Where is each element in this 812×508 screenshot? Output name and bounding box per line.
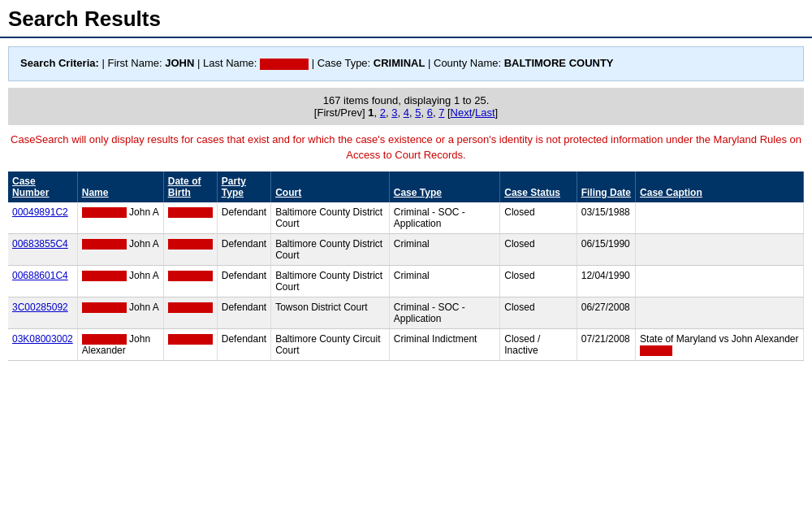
last-link[interactable]: Last <box>475 106 495 119</box>
page-6-link[interactable]: 6 <box>427 106 433 119</box>
case-number-link[interactable]: 00049891C2 <box>12 206 68 218</box>
cell-case-number: 00683855C4 <box>8 233 77 265</box>
page-7-link[interactable]: 7 <box>438 106 444 119</box>
cell-case-status: Closed <box>500 233 577 265</box>
header-name: Name <box>77 172 163 202</box>
header-case-number: CaseNumber <box>8 172 77 202</box>
sort-case-status[interactable]: Case Status <box>504 187 560 198</box>
case-number-link[interactable]: 00688601C4 <box>12 270 68 281</box>
name-redacted <box>82 271 127 281</box>
table-row: 00683855C4 John A Defendant Baltimore Co… <box>8 233 804 265</box>
last-name-label: Last Name: <box>203 57 257 69</box>
search-criteria-label: Search Criteria: <box>20 57 99 69</box>
sort-court[interactable]: Court <box>275 187 301 198</box>
cell-filing-date: 12/04/1990 <box>577 265 635 297</box>
case-number-link[interactable]: 3C00285092 <box>12 302 68 313</box>
cell-party-type: Defendant <box>217 202 270 234</box>
name-redacted <box>82 239 127 250</box>
name-redacted <box>82 207 127 218</box>
cell-case-type: Criminal Indictment <box>389 328 500 360</box>
cell-name: John A <box>77 202 163 234</box>
pagination-summary: 167 items found, displaying 1 to 25. <box>16 94 796 106</box>
header-case-type: Case Type <box>389 172 500 202</box>
name-redacted <box>82 302 127 313</box>
page-4-link[interactable]: 4 <box>404 106 409 119</box>
cell-case-number: 03K08003002 <box>8 328 77 360</box>
results-table: CaseNumber Name Date ofBirth PartyType C… <box>8 172 804 361</box>
cell-case-number: 3C00285092 <box>8 297 77 328</box>
sort-case-number[interactable]: CaseNumber <box>12 176 49 198</box>
cell-dob <box>163 233 217 265</box>
cell-party-type: Defendant <box>217 328 270 360</box>
cell-dob <box>163 202 217 234</box>
case-number-link[interactable]: 00683855C4 <box>12 238 68 250</box>
cell-case-type: Criminal <box>389 233 500 265</box>
cell-court: Baltimore County District Court <box>271 233 390 265</box>
name-redacted <box>82 334 127 345</box>
cell-name: JohnAlexander <box>77 328 163 360</box>
page-title: Search Results <box>8 7 804 32</box>
next-link[interactable]: Next <box>451 106 473 119</box>
header-dob: Date ofBirth <box>163 172 217 202</box>
table-row: 00049891C2 John A Defendant Baltimore Co… <box>8 202 804 234</box>
page-5-link[interactable]: 5 <box>415 106 421 119</box>
sort-name[interactable]: Name <box>82 187 109 198</box>
first-name-label: First Name: <box>107 57 162 69</box>
header-case-status: Case Status <box>500 172 577 202</box>
dob-redacted <box>168 302 213 313</box>
cell-party-type: Defendant <box>217 265 270 297</box>
case-type-label: Case Type: <box>317 57 371 69</box>
search-criteria-box: Search Criteria: | First Name: JOHN | La… <box>8 46 804 81</box>
cell-case-status: Closed / Inactive <box>500 328 577 360</box>
dob-redacted <box>168 239 213 250</box>
cell-filing-date: 07/21/2008 <box>577 328 635 360</box>
header-court: Court <box>271 172 390 202</box>
sort-case-caption[interactable]: Case Caption <box>640 187 702 198</box>
cell-party-type: Defendant <box>217 233 270 265</box>
first-prev-label: [First/Prev] <box>314 106 365 119</box>
cell-case-status: Closed <box>500 265 577 297</box>
cell-name: John A <box>77 297 163 328</box>
first-name-value: JOHN <box>165 57 194 69</box>
cell-case-status: Closed <box>500 202 577 234</box>
page-3-link[interactable]: 3 <box>391 106 397 119</box>
cell-case-caption <box>636 202 804 234</box>
county-value: BALTIMORE COUNTY <box>504 57 614 69</box>
cell-case-caption <box>636 233 804 265</box>
cell-court: Baltimore County District Court <box>271 265 390 297</box>
cell-dob <box>163 297 217 328</box>
sort-dob[interactable]: Date ofBirth <box>168 176 201 198</box>
cell-name: John A <box>77 265 163 297</box>
sort-filing-date[interactable]: Filing Date <box>581 187 631 198</box>
pagination-links: [First/Prev] 1, 2, 3, 4, 5, 6, 7 [Next/L… <box>16 106 796 119</box>
last-name-redacted <box>260 59 309 70</box>
cell-court: Towson District Court <box>271 297 390 328</box>
header-case-caption: Case Caption <box>636 172 804 202</box>
cell-party-type: Defendant <box>217 297 270 328</box>
cell-dob <box>163 265 217 297</box>
dob-redacted <box>168 271 213 281</box>
sort-party-type[interactable]: PartyType <box>222 176 246 198</box>
county-label: County Name: <box>434 57 501 69</box>
table-row: 03K08003002 JohnAlexander Defendant Balt… <box>8 328 804 360</box>
table-header-row: CaseNumber Name Date ofBirth PartyType C… <box>8 172 804 202</box>
current-page: 1 <box>368 106 374 119</box>
case-type-value: CRIMINAL <box>374 57 425 69</box>
cell-case-caption <box>636 297 804 328</box>
pagination-box: 167 items found, displaying 1 to 25. [Fi… <box>8 88 804 125</box>
table-row: 00688601C4 John A Defendant Baltimore Co… <box>8 265 804 297</box>
case-number-link[interactable]: 03K08003002 <box>12 333 73 345</box>
cell-case-caption <box>636 265 804 297</box>
cell-case-caption: State of Maryland vs John Alexander <box>636 328 804 360</box>
cell-case-number: 00049891C2 <box>8 202 77 234</box>
dob-redacted <box>168 334 213 345</box>
caption-redacted <box>640 345 672 356</box>
page-2-link[interactable]: 2 <box>380 106 386 119</box>
cell-case-type: Criminal - SOC - Application <box>389 297 500 328</box>
cell-court: Baltimore County District Court <box>271 202 390 234</box>
sort-case-type[interactable]: Case Type <box>394 187 442 198</box>
cell-case-number: 00688601C4 <box>8 265 77 297</box>
cell-filing-date: 06/27/2008 <box>577 297 635 328</box>
header-filing-date: Filing Date <box>577 172 635 202</box>
warning-text: CaseSearch will only display results for… <box>8 132 804 163</box>
